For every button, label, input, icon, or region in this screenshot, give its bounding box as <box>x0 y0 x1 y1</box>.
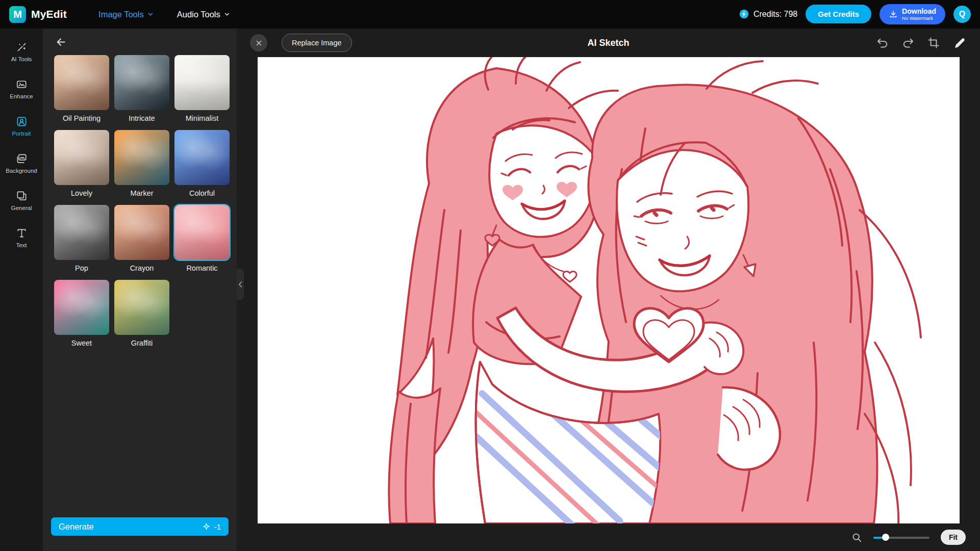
style-option-lovely[interactable]: Lovely <box>54 130 109 197</box>
style-label: Marker <box>130 189 153 197</box>
myedit-logo[interactable]: M MyEdit <box>9 6 67 23</box>
magic-wand-icon <box>16 41 28 53</box>
style-thumbnail <box>54 280 109 335</box>
download-text: Download No Watermark <box>902 7 936 21</box>
style-option-graffiti[interactable]: Graffiti <box>114 280 169 347</box>
download-button[interactable]: Download No Watermark <box>880 4 945 24</box>
panel-spacer <box>43 347 237 517</box>
style-label: Pop <box>75 264 88 272</box>
style-label: Intricate <box>129 114 155 122</box>
myedit-logo-text: MyEdit <box>31 8 67 20</box>
style-label: Sweet <box>71 339 92 347</box>
chevron-down-icon <box>147 11 154 17</box>
magnifier-icon <box>851 532 862 543</box>
style-thumbnail <box>54 130 109 185</box>
sidebar-item-text[interactable]: Text <box>2 220 41 255</box>
editor-main: Replace Image AI Sketch <box>237 29 980 551</box>
undo-icon <box>876 37 889 49</box>
chevron-down-icon <box>224 11 230 17</box>
style-thumbnail <box>114 55 169 110</box>
sparkle-icon <box>202 522 211 531</box>
style-label: Lovely <box>71 189 92 197</box>
panel-collapse-handle[interactable] <box>237 269 244 300</box>
style-label: Graffiti <box>131 339 153 347</box>
download-icon <box>889 10 898 19</box>
canvas-tool-icons <box>876 36 967 50</box>
fit-button[interactable]: Fit <box>941 530 966 545</box>
text-icon <box>16 227 28 239</box>
style-option-intricate[interactable]: Intricate <box>114 55 169 122</box>
canvas-area <box>237 57 980 523</box>
style-option-pop[interactable]: Pop <box>54 205 109 272</box>
user-avatar[interactable]: Q <box>953 6 971 23</box>
portrait-styles-panel: Oil Painting Intricate Minimalist Lovely… <box>43 29 237 551</box>
background-icon <box>16 153 28 165</box>
style-thumbnail <box>114 205 169 260</box>
sidebar-item-general[interactable]: General <box>2 182 41 218</box>
style-thumbnail <box>54 55 109 110</box>
zoom-slider[interactable] <box>873 533 929 541</box>
style-label: Crayon <box>130 264 154 272</box>
ai-sketch-result-image <box>258 57 960 523</box>
sidebar-item-ai-tools[interactable]: AI Tools <box>2 34 41 69</box>
sketch-edit-button[interactable] <box>953 36 967 50</box>
style-thumbnail <box>114 130 169 185</box>
canvas-toolbar: Replace Image AI Sketch <box>237 29 980 57</box>
crop-icon <box>927 37 940 49</box>
generate-cost-value: -1 <box>214 522 221 531</box>
credits-badge[interactable]: Credits: 798 <box>739 9 797 19</box>
back-button[interactable] <box>54 36 67 49</box>
app-body: AI Tools Enhance Portrait Background Gen… <box>0 29 980 551</box>
style-grid: Oil Painting Intricate Minimalist Lovely… <box>43 54 237 347</box>
style-option-oil-painting[interactable]: Oil Painting <box>54 55 109 122</box>
style-option-minimalist[interactable]: Minimalist <box>174 55 230 122</box>
top-bar: M MyEdit Image Tools Audio Tools Credits… <box>0 0 980 29</box>
transform-icon <box>16 190 28 202</box>
zoom-bar: Fit <box>237 523 980 551</box>
sidebar-item-label: AI Tools <box>11 56 32 62</box>
sidebar-item-label: Background <box>6 168 37 174</box>
close-icon <box>256 40 262 46</box>
style-option-romantic[interactable]: Romantic <box>174 205 230 272</box>
ai-sketch-artwork <box>258 57 960 523</box>
top-nav: Image Tools Audio Tools <box>98 10 230 19</box>
sidebar-item-label: Portrait <box>12 130 31 137</box>
image-tools-menu[interactable]: Image Tools <box>98 10 154 19</box>
crop-button[interactable] <box>927 37 940 49</box>
image-tools-label: Image Tools <box>98 10 144 19</box>
zoom-button[interactable] <box>851 532 862 543</box>
enhance-photo-icon <box>16 78 28 90</box>
generate-button[interactable]: Generate -1 <box>51 517 229 536</box>
replace-image-button[interactable]: Replace Image <box>282 34 352 52</box>
style-thumbnail <box>174 55 230 110</box>
back-arrow-icon <box>55 36 67 48</box>
audio-tools-menu[interactable]: Audio Tools <box>177 10 230 19</box>
page-title: AI Sketch <box>587 38 629 48</box>
sidebar-item-label: Enhance <box>10 93 33 99</box>
credits-label: Credits: 798 <box>753 10 797 19</box>
style-label: Romantic <box>186 264 217 272</box>
tools-sidebar: AI Tools Enhance Portrait Background Gen… <box>0 29 43 551</box>
style-thumbnail <box>54 205 109 260</box>
redo-button[interactable] <box>902 37 914 49</box>
sidebar-item-portrait[interactable]: Portrait <box>2 108 41 144</box>
style-label: Colorful <box>189 189 215 197</box>
get-credits-button[interactable]: Get Credits <box>806 5 871 23</box>
style-option-marker[interactable]: Marker <box>114 130 169 197</box>
myedit-app: M MyEdit Image Tools Audio Tools Credits… <box>0 0 980 551</box>
style-option-sweet[interactable]: Sweet <box>54 280 109 347</box>
myedit-logo-icon: M <box>9 6 26 23</box>
sidebar-item-enhance[interactable]: Enhance <box>2 71 41 107</box>
top-bar-actions: Credits: 798 Get Credits Download No Wat… <box>739 4 971 24</box>
style-option-crayon[interactable]: Crayon <box>114 205 169 272</box>
sidebar-item-background[interactable]: Background <box>2 145 41 181</box>
portrait-icon <box>16 116 28 127</box>
style-option-colorful[interactable]: Colorful <box>174 130 230 197</box>
generate-cost: -1 <box>202 522 221 531</box>
close-button[interactable] <box>250 34 267 51</box>
sidebar-item-label: Text <box>16 242 27 248</box>
credit-spark-icon <box>739 9 749 19</box>
style-thumbnail <box>174 205 230 260</box>
undo-button[interactable] <box>876 37 889 49</box>
zoom-slider-thumb[interactable] <box>882 534 889 541</box>
